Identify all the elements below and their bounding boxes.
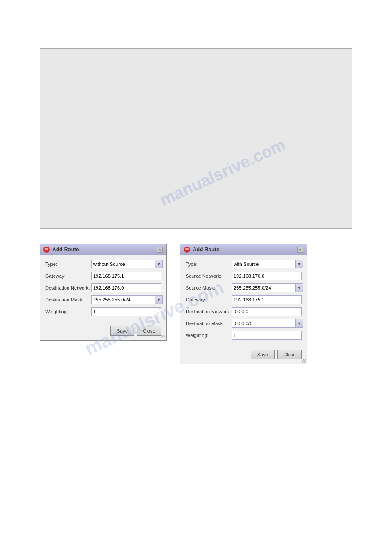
bottom-divider <box>18 525 374 525</box>
dest-network-label: Destination Network: <box>45 285 91 291</box>
gateway-row-ws: Gateway: <box>186 295 302 304</box>
source-mask-row: Source Mask: ▼ <box>186 283 302 292</box>
type-label-ws: Type: <box>186 261 232 267</box>
gateway-label-ws: Gateway: <box>186 297 232 303</box>
dest-mask-row-ws: Destination Mask: ▼ <box>186 319 302 328</box>
type-input-ws[interactable] <box>232 260 295 268</box>
dialog-without-source-title: Add Route <box>52 247 154 253</box>
type-select-container-ws: ▼ <box>232 260 303 268</box>
gateway-input-ws[interactable] <box>232 295 302 304</box>
close-button-without-source[interactable]: Close <box>137 326 161 336</box>
source-network-label: Source Network: <box>186 273 232 279</box>
dest-mask-dropdown-btn[interactable]: ▼ <box>155 295 163 304</box>
source-network-row: Source Network: <box>186 272 302 280</box>
source-network-input[interactable] <box>232 272 302 280</box>
dialog-with-source-titlebar: Add Route × <box>180 244 307 255</box>
type-row-ws: Type: ▼ <box>186 260 302 268</box>
weighting-label-ws: Weighting: <box>186 332 232 338</box>
dest-mask-row: Destination Mask: ▼ <box>45 295 161 304</box>
type-select-container: ▼ <box>91 260 163 268</box>
dest-network-label-ws: Destination Network: <box>186 308 232 315</box>
type-row: Type: ▼ <box>45 260 161 268</box>
dialog-without-source-buttons: Save Close <box>40 323 166 340</box>
dialog-with-source: Add Route × Type: ▼ Source Network: Sour… <box>180 244 307 364</box>
dest-mask-input-ws[interactable] <box>232 319 295 328</box>
type-input[interactable] <box>91 260 155 268</box>
gateway-row: Gateway: <box>45 272 161 280</box>
dest-mask-label: Destination Mask: <box>45 297 91 303</box>
source-mask-dropdown-btn[interactable]: ▼ <box>295 283 303 292</box>
dialog-without-source-titlebar: Add Route × <box>40 244 166 255</box>
weighting-row-ws: Weighting: <box>186 331 302 340</box>
source-mask-label: Source Mask: <box>186 285 232 291</box>
save-button-without-source[interactable]: Save <box>110 326 134 336</box>
dest-network-row: Destination Network: <box>45 283 161 292</box>
dest-mask-dropdown-btn-ws[interactable]: ▼ <box>295 319 303 328</box>
type-dropdown-btn-ws[interactable]: ▼ <box>295 260 303 268</box>
weighting-input[interactable] <box>91 307 161 316</box>
top-divider <box>18 30 374 30</box>
dialog-without-source: Add Route × Type: ▼ Gateway: Destination… <box>40 244 167 341</box>
dest-network-input-ws[interactable] <box>232 307 302 316</box>
dialog-with-source-body: Type: ▼ Source Network: Source Mask: ▼ <box>180 255 307 347</box>
dest-network-row-ws: Destination Network: <box>186 307 302 316</box>
dialog-without-source-body: Type: ▼ Gateway: Destination Network: De… <box>40 255 166 323</box>
dest-mask-label-ws: Destination Mask: <box>186 320 232 326</box>
weighting-row: Weighting: <box>45 307 161 316</box>
gateway-input[interactable] <box>91 272 161 280</box>
type-dropdown-btn[interactable]: ▼ <box>155 260 163 268</box>
gateway-label: Gateway: <box>45 273 91 279</box>
source-mask-input[interactable] <box>232 283 295 292</box>
dest-mask-select-container-ws: ▼ <box>232 319 303 328</box>
watermark-1: manualsrive.com <box>157 135 288 210</box>
dest-mask-input[interactable] <box>91 295 155 304</box>
dialogs-container: Add Route × Type: ▼ Gateway: Destination… <box>40 244 307 364</box>
source-mask-select-container: ▼ <box>232 283 303 292</box>
type-label: Type: <box>45 261 91 267</box>
resize-handle-with-source[interactable] <box>302 359 306 363</box>
dialog-without-source-icon <box>43 247 50 253</box>
weighting-input-ws[interactable] <box>232 331 302 340</box>
dialog-with-source-title: Add Route <box>193 247 295 253</box>
dialog-without-source-close-button[interactable]: × <box>157 247 163 253</box>
save-button-with-source[interactable]: Save <box>251 350 275 359</box>
dialog-with-source-close-button[interactable]: × <box>297 247 303 253</box>
dialog-with-source-buttons: Save Close <box>180 347 307 364</box>
weighting-label: Weighting: <box>45 308 91 315</box>
dest-mask-select-container: ▼ <box>91 295 163 304</box>
dialog-with-source-icon <box>184 247 190 253</box>
content-area: manualsrive.com <box>40 48 352 229</box>
close-button-with-source[interactable]: Close <box>277 350 302 359</box>
dest-network-input[interactable] <box>91 283 161 292</box>
resize-handle-without-source[interactable] <box>161 335 165 339</box>
